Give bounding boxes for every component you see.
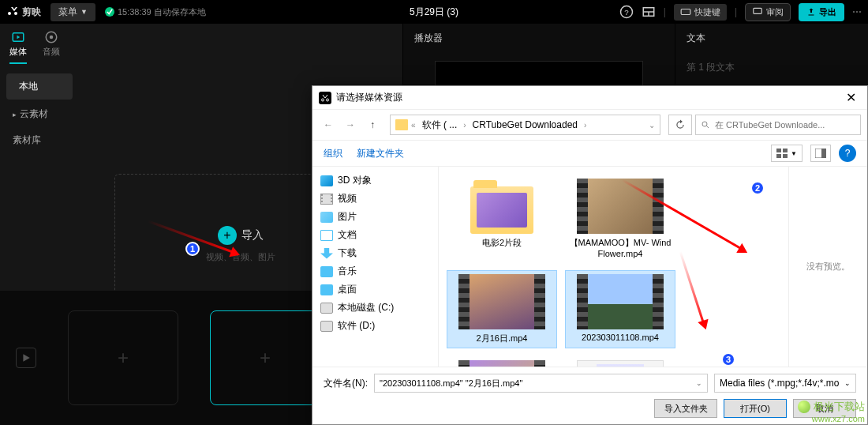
nav-back-button[interactable]: ← [319, 115, 338, 134]
sidebar-item-library[interactable]: 素材库 [0, 127, 79, 153]
file-item-video-1[interactable]: 【MAMAMOO】MV- Wind Flower.mp4 [565, 175, 675, 262]
preview-toggle-button[interactable] [810, 145, 831, 162]
disk-icon [320, 321, 333, 332]
autosave-status: 15:38:39 自动保存本地 [105, 6, 206, 18]
file-item-app[interactable] [565, 356, 675, 367]
tab-media[interactable]: 媒体 [9, 30, 27, 64]
plus-icon: + [218, 226, 237, 245]
svg-rect-6 [754, 8, 762, 13]
tree-downloads[interactable]: 下载 [312, 244, 438, 262]
breadcrumb-bar[interactable]: « 软件 ( ... › CRTubeGet Downloaded › ⌄ [390, 115, 660, 135]
more-icon[interactable]: ⋯ [852, 6, 862, 17]
crumb-folder[interactable]: CRTubeGet Downloaded [470, 119, 581, 130]
tree-pictures[interactable]: 图片 [312, 208, 438, 226]
tree-disk-d[interactable]: 软件 (D:) [312, 317, 438, 335]
sidebar-item-local[interactable]: 本地 [6, 73, 73, 100]
desktop-icon [320, 284, 333, 295]
file-item-video-4[interactable] [447, 356, 557, 367]
shortcut-button[interactable]: 快捷键 [674, 4, 727, 21]
tree-music[interactable]: 音乐 [312, 262, 438, 280]
layout-icon[interactable] [642, 5, 656, 19]
view-mode-button[interactable]: ▼ [771, 145, 803, 162]
file-item-video-2[interactable]: 2月16日.mp4 [447, 270, 557, 348]
export-button[interactable]: 导出 [799, 3, 844, 21]
tab-audio[interactable]: 音频 [43, 30, 60, 64]
import-button[interactable]: + 导入 [218, 226, 264, 245]
nav-up-button[interactable]: ↑ [363, 115, 382, 134]
import-hint: 视频、音频、图片 [206, 251, 275, 263]
upload-icon [806, 7, 816, 17]
check-icon [105, 7, 114, 17]
refresh-button[interactable] [668, 115, 692, 135]
svg-rect-15 [783, 154, 788, 158]
folder-tree: 3D 对象 视频 图片 文档 下载 音乐 桌面 本地磁盘 (C:) 软件 (D:… [312, 167, 439, 367]
project-title: 5月29日 (3) [410, 6, 458, 19]
scissors-icon [6, 6, 19, 18]
audio-icon [44, 30, 58, 44]
svg-rect-14 [776, 154, 781, 158]
cancel-button[interactable]: 取消 [793, 399, 856, 418]
filename-label: 文件名(N): [324, 377, 368, 390]
help-icon[interactable]: ? [619, 5, 634, 19]
nav-forward-button[interactable]: → [341, 115, 360, 134]
media-icon [11, 30, 25, 44]
timeline-slot[interactable]: + [68, 310, 178, 405]
film-icon [320, 194, 333, 205]
chevron-down-icon[interactable]: ⌄ [649, 121, 655, 130]
timeline-slot-selected[interactable]: + [210, 310, 320, 405]
music-icon [320, 266, 333, 277]
chevron-down-icon[interactable]: ⌄ [696, 379, 702, 387]
dialog-title: 请选择媒体资源 [336, 91, 402, 104]
crumb-drive[interactable]: 软件 ( ... [419, 118, 461, 132]
tree-disk-c[interactable]: 本地磁盘 (C:) [312, 299, 438, 317]
app-thumb-icon [577, 360, 664, 367]
svg-rect-5 [681, 9, 690, 15]
tree-documents[interactable]: 文档 [312, 226, 438, 244]
text-panel-title: 文本 [675, 24, 868, 53]
caret-right-icon: ▸ [13, 111, 17, 118]
annotation-badge-1: 1 [185, 242, 200, 256]
tree-3d-objects[interactable]: 3D 对象 [312, 171, 438, 190]
video-thumb-icon [577, 179, 664, 234]
app-name: 剪映 [22, 6, 41, 19]
new-folder-button[interactable]: 新建文件夹 [357, 147, 404, 160]
file-item-folder[interactable]: 电影2片段 [447, 175, 557, 262]
disk-icon [320, 303, 333, 314]
svg-text:?: ? [624, 8, 629, 17]
close-button[interactable]: ✕ [841, 90, 861, 105]
svg-rect-17 [821, 149, 826, 158]
svg-point-10 [702, 122, 707, 126]
tree-videos[interactable]: 视频 [312, 190, 438, 208]
filename-input[interactable] [380, 378, 696, 388]
search-input[interactable] [715, 120, 855, 130]
file-type-filter[interactable]: Media files (*.mpg;*.f4v;*.mo ⌄ 3 [714, 374, 856, 393]
refresh-icon [675, 119, 686, 130]
open-button[interactable]: 打开(O) [724, 399, 787, 418]
preview-icon [815, 149, 826, 158]
search-input-container[interactable] [695, 115, 861, 135]
svg-point-9 [50, 36, 54, 39]
file-item-video-3[interactable]: 202303011108.mp4 [565, 270, 675, 348]
text-placeholder: 第 1 段文本 [675, 53, 868, 82]
menu-button[interactable]: 菜单 ▼ [51, 3, 95, 21]
cube-icon [320, 175, 333, 186]
organize-button[interactable]: 组织 [324, 147, 342, 160]
timeline-play-icon[interactable] [16, 348, 36, 368]
import-folder-button[interactable]: 导入文件夹 [654, 399, 717, 418]
svg-rect-12 [776, 149, 781, 152]
svg-line-11 [707, 126, 709, 129]
svg-rect-13 [783, 149, 788, 152]
filename-input-container[interactable]: ⌄ [374, 374, 708, 393]
tree-desktop[interactable]: 桌面 [312, 280, 438, 299]
sidebar-item-cloud[interactable]: ▸云素材 [0, 101, 79, 127]
preview-pane: 没有预览。 [788, 167, 867, 367]
chat-icon [752, 6, 763, 17]
chevron-down-icon: ⌄ [844, 379, 851, 387]
file-list: 2 电影2片段 【MAMAMOO】MV- Wind Flower.mp4 2月1… [439, 167, 788, 367]
folder-icon [395, 119, 408, 130]
dialog-help-button[interactable]: ? [839, 145, 856, 162]
document-icon [320, 230, 333, 241]
review-button[interactable]: 审阅 [745, 3, 791, 21]
annotation-arrow-3 [679, 251, 706, 327]
file-open-dialog: 请选择媒体资源 ✕ ← → ↑ « 软件 ( ... › CRTubeGet D… [312, 85, 868, 425]
